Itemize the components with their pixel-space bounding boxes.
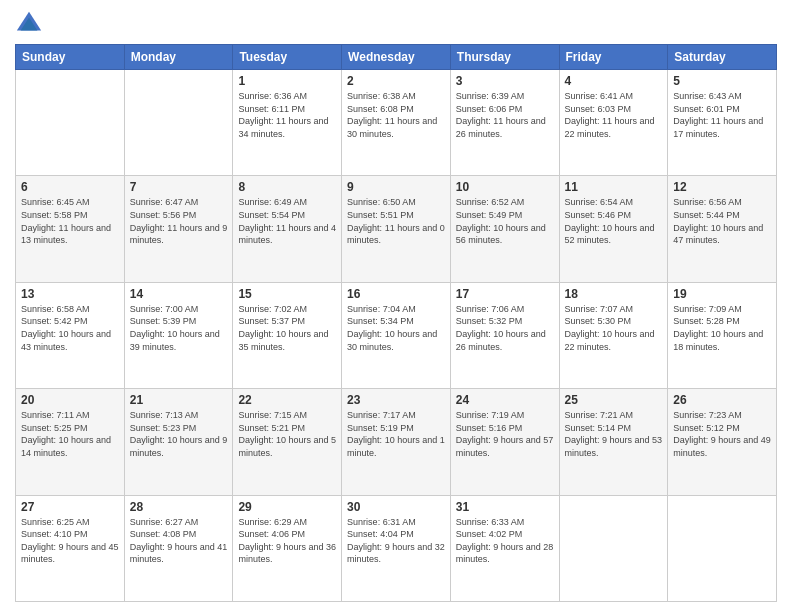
calendar-cell: 10Sunrise: 6:52 AMSunset: 5:49 PMDayligh… — [450, 176, 559, 282]
day-number: 23 — [347, 393, 445, 407]
calendar-cell: 21Sunrise: 7:13 AMSunset: 5:23 PMDayligh… — [124, 389, 233, 495]
day-info: Sunrise: 6:47 AMSunset: 5:56 PMDaylight:… — [130, 196, 228, 246]
day-info: Sunrise: 6:45 AMSunset: 5:58 PMDaylight:… — [21, 196, 119, 246]
day-number: 12 — [673, 180, 771, 194]
logo — [15, 10, 47, 38]
day-info: Sunrise: 7:17 AMSunset: 5:19 PMDaylight:… — [347, 409, 445, 459]
day-info: Sunrise: 6:41 AMSunset: 6:03 PMDaylight:… — [565, 90, 663, 140]
day-info: Sunrise: 7:04 AMSunset: 5:34 PMDaylight:… — [347, 303, 445, 353]
calendar-cell: 14Sunrise: 7:00 AMSunset: 5:39 PMDayligh… — [124, 282, 233, 388]
day-number: 2 — [347, 74, 445, 88]
day-info: Sunrise: 6:31 AMSunset: 4:04 PMDaylight:… — [347, 516, 445, 566]
day-info: Sunrise: 6:29 AMSunset: 4:06 PMDaylight:… — [238, 516, 336, 566]
day-info: Sunrise: 7:07 AMSunset: 5:30 PMDaylight:… — [565, 303, 663, 353]
day-number: 31 — [456, 500, 554, 514]
calendar-cell: 29Sunrise: 6:29 AMSunset: 4:06 PMDayligh… — [233, 495, 342, 601]
day-number: 1 — [238, 74, 336, 88]
day-info: Sunrise: 7:19 AMSunset: 5:16 PMDaylight:… — [456, 409, 554, 459]
calendar-cell: 16Sunrise: 7:04 AMSunset: 5:34 PMDayligh… — [342, 282, 451, 388]
day-number: 3 — [456, 74, 554, 88]
calendar-cell: 11Sunrise: 6:54 AMSunset: 5:46 PMDayligh… — [559, 176, 668, 282]
weekday-header: Monday — [124, 45, 233, 70]
weekday-header: Thursday — [450, 45, 559, 70]
day-number: 14 — [130, 287, 228, 301]
day-number: 16 — [347, 287, 445, 301]
day-info: Sunrise: 6:27 AMSunset: 4:08 PMDaylight:… — [130, 516, 228, 566]
day-info: Sunrise: 6:38 AMSunset: 6:08 PMDaylight:… — [347, 90, 445, 140]
day-number: 11 — [565, 180, 663, 194]
day-number: 18 — [565, 287, 663, 301]
header — [15, 10, 777, 38]
day-info: Sunrise: 6:52 AMSunset: 5:49 PMDaylight:… — [456, 196, 554, 246]
calendar-cell: 24Sunrise: 7:19 AMSunset: 5:16 PMDayligh… — [450, 389, 559, 495]
calendar-cell — [668, 495, 777, 601]
calendar-cell: 25Sunrise: 7:21 AMSunset: 5:14 PMDayligh… — [559, 389, 668, 495]
calendar-cell: 4Sunrise: 6:41 AMSunset: 6:03 PMDaylight… — [559, 70, 668, 176]
weekday-header: Sunday — [16, 45, 125, 70]
day-info: Sunrise: 7:09 AMSunset: 5:28 PMDaylight:… — [673, 303, 771, 353]
calendar-week: 27Sunrise: 6:25 AMSunset: 4:10 PMDayligh… — [16, 495, 777, 601]
calendar-table: SundayMondayTuesdayWednesdayThursdayFrid… — [15, 44, 777, 602]
weekday-header: Friday — [559, 45, 668, 70]
page: SundayMondayTuesdayWednesdayThursdayFrid… — [0, 0, 792, 612]
calendar-cell: 8Sunrise: 6:49 AMSunset: 5:54 PMDaylight… — [233, 176, 342, 282]
calendar-cell: 2Sunrise: 6:38 AMSunset: 6:08 PMDaylight… — [342, 70, 451, 176]
calendar-cell: 31Sunrise: 6:33 AMSunset: 4:02 PMDayligh… — [450, 495, 559, 601]
day-info: Sunrise: 6:58 AMSunset: 5:42 PMDaylight:… — [21, 303, 119, 353]
calendar-cell: 18Sunrise: 7:07 AMSunset: 5:30 PMDayligh… — [559, 282, 668, 388]
calendar-cell: 6Sunrise: 6:45 AMSunset: 5:58 PMDaylight… — [16, 176, 125, 282]
day-number: 9 — [347, 180, 445, 194]
calendar-cell: 5Sunrise: 6:43 AMSunset: 6:01 PMDaylight… — [668, 70, 777, 176]
day-info: Sunrise: 7:06 AMSunset: 5:32 PMDaylight:… — [456, 303, 554, 353]
logo-icon — [15, 10, 43, 38]
day-number: 21 — [130, 393, 228, 407]
calendar-cell: 9Sunrise: 6:50 AMSunset: 5:51 PMDaylight… — [342, 176, 451, 282]
day-info: Sunrise: 6:54 AMSunset: 5:46 PMDaylight:… — [565, 196, 663, 246]
day-number: 22 — [238, 393, 336, 407]
day-info: Sunrise: 6:36 AMSunset: 6:11 PMDaylight:… — [238, 90, 336, 140]
calendar-cell: 27Sunrise: 6:25 AMSunset: 4:10 PMDayligh… — [16, 495, 125, 601]
day-info: Sunrise: 7:15 AMSunset: 5:21 PMDaylight:… — [238, 409, 336, 459]
day-info: Sunrise: 6:49 AMSunset: 5:54 PMDaylight:… — [238, 196, 336, 246]
day-number: 26 — [673, 393, 771, 407]
calendar-cell — [16, 70, 125, 176]
weekday-row: SundayMondayTuesdayWednesdayThursdayFrid… — [16, 45, 777, 70]
calendar-cell: 7Sunrise: 6:47 AMSunset: 5:56 PMDaylight… — [124, 176, 233, 282]
calendar-week: 13Sunrise: 6:58 AMSunset: 5:42 PMDayligh… — [16, 282, 777, 388]
calendar-cell: 22Sunrise: 7:15 AMSunset: 5:21 PMDayligh… — [233, 389, 342, 495]
day-info: Sunrise: 6:50 AMSunset: 5:51 PMDaylight:… — [347, 196, 445, 246]
day-number: 10 — [456, 180, 554, 194]
day-info: Sunrise: 6:25 AMSunset: 4:10 PMDaylight:… — [21, 516, 119, 566]
day-info: Sunrise: 7:13 AMSunset: 5:23 PMDaylight:… — [130, 409, 228, 459]
day-info: Sunrise: 6:39 AMSunset: 6:06 PMDaylight:… — [456, 90, 554, 140]
day-info: Sunrise: 7:00 AMSunset: 5:39 PMDaylight:… — [130, 303, 228, 353]
day-number: 15 — [238, 287, 336, 301]
calendar-cell — [124, 70, 233, 176]
calendar-cell: 17Sunrise: 7:06 AMSunset: 5:32 PMDayligh… — [450, 282, 559, 388]
day-number: 28 — [130, 500, 228, 514]
calendar-week: 1Sunrise: 6:36 AMSunset: 6:11 PMDaylight… — [16, 70, 777, 176]
day-info: Sunrise: 7:23 AMSunset: 5:12 PMDaylight:… — [673, 409, 771, 459]
calendar-header: SundayMondayTuesdayWednesdayThursdayFrid… — [16, 45, 777, 70]
day-number: 6 — [21, 180, 119, 194]
calendar-cell: 1Sunrise: 6:36 AMSunset: 6:11 PMDaylight… — [233, 70, 342, 176]
day-number: 20 — [21, 393, 119, 407]
day-number: 27 — [21, 500, 119, 514]
calendar-cell: 26Sunrise: 7:23 AMSunset: 5:12 PMDayligh… — [668, 389, 777, 495]
calendar-cell: 28Sunrise: 6:27 AMSunset: 4:08 PMDayligh… — [124, 495, 233, 601]
day-info: Sunrise: 6:56 AMSunset: 5:44 PMDaylight:… — [673, 196, 771, 246]
day-number: 13 — [21, 287, 119, 301]
calendar-cell: 20Sunrise: 7:11 AMSunset: 5:25 PMDayligh… — [16, 389, 125, 495]
day-number: 24 — [456, 393, 554, 407]
weekday-header: Wednesday — [342, 45, 451, 70]
day-number: 8 — [238, 180, 336, 194]
calendar-cell: 23Sunrise: 7:17 AMSunset: 5:19 PMDayligh… — [342, 389, 451, 495]
day-info: Sunrise: 7:11 AMSunset: 5:25 PMDaylight:… — [21, 409, 119, 459]
calendar-cell: 30Sunrise: 6:31 AMSunset: 4:04 PMDayligh… — [342, 495, 451, 601]
day-number: 7 — [130, 180, 228, 194]
day-info: Sunrise: 6:33 AMSunset: 4:02 PMDaylight:… — [456, 516, 554, 566]
calendar-cell: 13Sunrise: 6:58 AMSunset: 5:42 PMDayligh… — [16, 282, 125, 388]
calendar-cell: 3Sunrise: 6:39 AMSunset: 6:06 PMDaylight… — [450, 70, 559, 176]
day-number: 19 — [673, 287, 771, 301]
day-info: Sunrise: 7:21 AMSunset: 5:14 PMDaylight:… — [565, 409, 663, 459]
